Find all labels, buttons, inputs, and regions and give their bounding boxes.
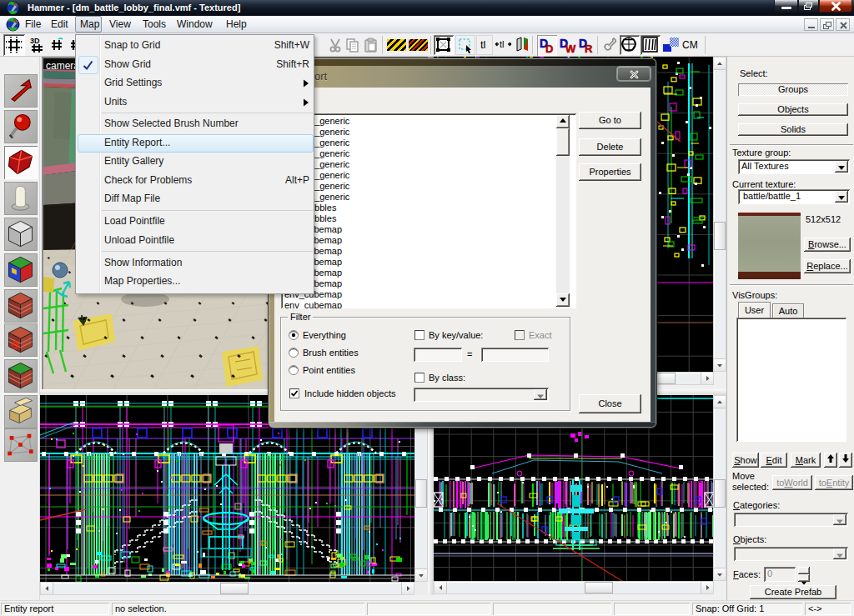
- svg-text:D: D: [545, 43, 553, 54]
- svg-text:3D: 3D: [30, 37, 40, 45]
- svg-text:W: W: [565, 43, 576, 54]
- svg-text:tl: tl: [500, 39, 505, 49]
- svg-text:R: R: [585, 43, 593, 54]
- svg-text:tl: tl: [480, 38, 486, 51]
